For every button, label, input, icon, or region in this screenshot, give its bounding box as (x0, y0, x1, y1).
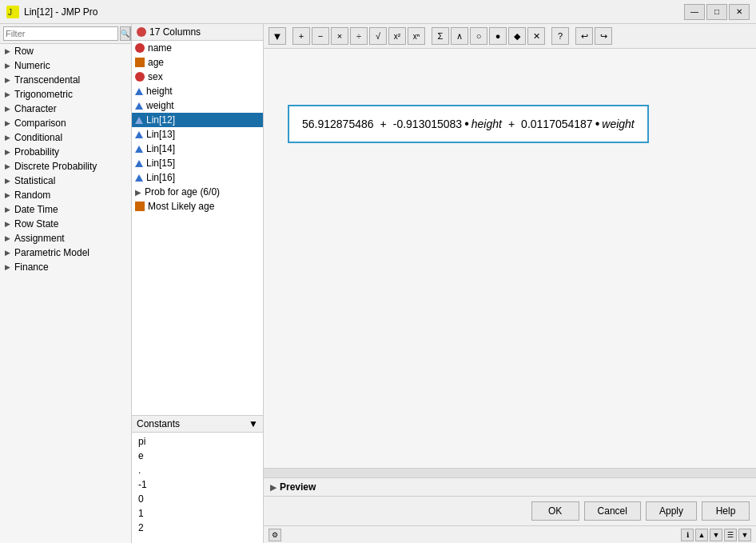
constant-item-1[interactable]: 1 (132, 506, 263, 521)
toolbar-x-btn[interactable]: ✕ (527, 27, 545, 45)
category-item-trigonometric[interactable]: ▶ Trigonometric (0, 87, 131, 102)
toolbar-sq-btn[interactable]: x² (388, 27, 406, 45)
category-arrow-finance: ▶ (5, 263, 13, 271)
column-label-weight: weight (146, 100, 174, 111)
constant-item-0[interactable]: 0 (132, 492, 263, 506)
toolbar-undo-btn[interactable]: ↩ (575, 27, 593, 45)
toolbar-diamond-btn[interactable]: ◆ (508, 27, 526, 45)
column-item-height[interactable]: height (132, 84, 263, 98)
formula-coef1: -0.913015083 (393, 116, 462, 133)
category-item-statistical[interactable]: ▶ Statistical (0, 174, 131, 188)
category-arrow-discrete-probability: ▶ (5, 162, 13, 170)
category-item-finance[interactable]: ▶ Finance (0, 260, 131, 274)
category-item-row[interactable]: ▶ Row (0, 44, 131, 58)
toolbar-sum-btn[interactable]: Σ (432, 27, 449, 45)
category-arrow-parametric-model: ▶ (5, 249, 13, 257)
column-icon-sex (135, 72, 145, 82)
category-item-probability[interactable]: ▶ Probability (0, 145, 131, 159)
status-left: ⚙ (269, 529, 281, 541)
column-label-sex: sex (148, 71, 163, 82)
columns-header-icon (137, 27, 146, 37)
status-settings-icon[interactable]: ⚙ (269, 529, 281, 541)
column-label-prob-for-age: Prob for age (6/0) (145, 186, 220, 198)
preview-arrow[interactable]: ▶ (270, 483, 277, 492)
column-item-weight[interactable]: weight (132, 98, 263, 113)
minimize-button[interactable]: — (684, 4, 705, 20)
column-item-lin13[interactable]: Lin[13] (132, 127, 263, 142)
formula-scrollbar-h[interactable] (264, 468, 756, 477)
category-item-transcendental[interactable]: ▶ Transcendental (0, 73, 131, 87)
category-label-date-time: Date Time (14, 204, 58, 215)
category-item-assignment[interactable]: ▶ Assignment (0, 231, 131, 246)
formula-area[interactable]: 56.912875486 + -0.913015083 • height + 0… (264, 49, 756, 468)
toolbar-lambda-btn[interactable]: ∧ (451, 27, 468, 45)
toolbar-add-btn[interactable]: + (292, 27, 310, 45)
constant-item-e[interactable]: e (132, 449, 263, 463)
columns-list: name age sex height weight (132, 41, 263, 415)
ok-button[interactable]: OK (531, 501, 579, 521)
column-item-lin12[interactable]: Lin[12] (132, 113, 263, 127)
svg-text:J: J (8, 8, 12, 17)
category-item-discrete-probability[interactable]: ▶ Discrete Probability (0, 159, 131, 174)
column-item-sex[interactable]: sex (132, 70, 263, 84)
toolbar-pow-btn[interactable]: xⁿ (408, 27, 425, 45)
column-item-prob-for-age[interactable]: ▶ Prob for age (6/0) (132, 185, 263, 199)
category-arrow-assignment: ▶ (5, 234, 13, 242)
toolbar-redo-btn[interactable]: ↪ (595, 27, 612, 45)
constant-item-dot[interactable]: . (132, 463, 263, 477)
help-button[interactable]: Help (702, 501, 750, 521)
column-icon-lin12 (135, 117, 143, 124)
toolbar-sub-btn[interactable]: − (312, 27, 329, 45)
column-icon-lin16 (135, 174, 143, 182)
maximize-button[interactable]: □ (706, 4, 727, 20)
toolbar-help-btn[interactable]: ? (551, 27, 569, 45)
apply-button[interactable]: Apply (646, 501, 697, 521)
column-item-most-likely-age[interactable]: Most Likely age (132, 199, 263, 214)
column-label-name: name (148, 42, 172, 54)
category-item-conditional[interactable]: ▶ Conditional (0, 130, 131, 145)
toolbar-filled-circle-btn[interactable]: ● (489, 27, 507, 45)
category-item-date-time[interactable]: ▶ Date Time (0, 202, 131, 217)
status-down-icon[interactable]: ▼ (710, 529, 722, 541)
formula-constant-value: 56.912875486 (302, 116, 374, 133)
constant-item-2[interactable]: 2 (132, 521, 263, 535)
formula-box[interactable]: 56.912875486 + -0.913015083 • height + 0… (288, 105, 649, 143)
status-info-icon[interactable]: ℹ (681, 529, 694, 541)
toolbar-mul-btn[interactable]: × (331, 27, 348, 45)
column-item-lin15[interactable]: Lin[15] (132, 156, 263, 170)
filter-search-button[interactable]: 🔍 (120, 26, 130, 41)
cancel-button[interactable]: Cancel (584, 501, 641, 521)
formula-toolbar: ▼ + − × ÷ √ x² xⁿ Σ ∧ ○ ● ◆ ✕ ? ↩ ↪ (264, 24, 756, 49)
column-item-name[interactable]: name (132, 41, 263, 55)
toolbar-dropdown-btn[interactable]: ▼ (269, 27, 286, 45)
column-item-age[interactable]: age (132, 55, 263, 70)
constants-header[interactable]: Constants ▼ (132, 416, 263, 433)
constant-item-pi[interactable]: pi (132, 434, 263, 449)
preview-label: Preview (280, 481, 316, 493)
category-arrow-row: ▶ (5, 47, 13, 55)
left-panel: 🔍 ▼ ▶ Row ▶ Numeric ▶ Transcendental ▶ T… (0, 24, 132, 543)
toolbar-sqrt-btn[interactable]: √ (369, 27, 387, 45)
category-item-row-state[interactable]: ▶ Row State (0, 217, 131, 231)
category-item-parametric-model[interactable]: ▶ Parametric Model (0, 246, 131, 260)
filter-input[interactable] (3, 26, 118, 41)
column-item-lin14[interactable]: Lin[14] (132, 142, 263, 156)
column-item-lin16[interactable]: Lin[16] (132, 170, 263, 185)
right-panel: ▼ + − × ÷ √ x² xⁿ Σ ∧ ○ ● ◆ ✕ ? ↩ ↪ (264, 24, 756, 543)
category-arrow-conditional: ▶ (5, 134, 13, 142)
category-label-numeric: Numeric (14, 60, 50, 71)
column-label-lin16: Lin[16] (146, 172, 175, 183)
constant-item-neg1[interactable]: -1 (132, 477, 263, 492)
window-controls: — □ ✕ (684, 4, 750, 20)
category-item-comparison[interactable]: ▶ Comparison (0, 116, 131, 130)
status-menu-icon[interactable]: ☰ (724, 529, 737, 541)
close-button[interactable]: ✕ (729, 4, 750, 20)
category-item-character[interactable]: ▶ Character (0, 102, 131, 116)
toolbar-div-btn[interactable]: ÷ (350, 27, 368, 45)
category-item-random[interactable]: ▶ Random (0, 188, 131, 202)
toolbar-circle-btn[interactable]: ○ (470, 27, 487, 45)
category-label-comparison: Comparison (14, 118, 66, 129)
status-extra-icon[interactable]: ▼ (738, 529, 751, 541)
status-up-icon[interactable]: ▲ (695, 529, 708, 541)
category-item-numeric[interactable]: ▶ Numeric (0, 58, 131, 73)
